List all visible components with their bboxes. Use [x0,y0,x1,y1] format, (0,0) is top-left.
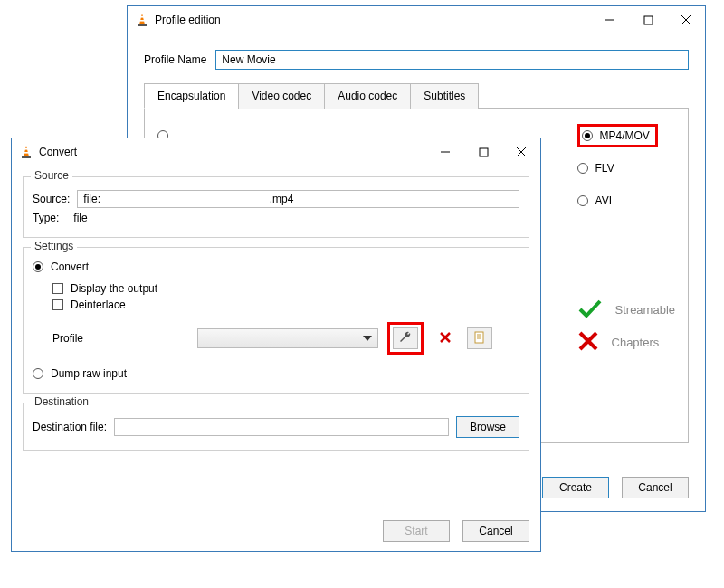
svg-rect-1 [140,16,143,18]
profile-label: Profile [52,332,188,345]
radio-flv[interactable] [577,163,588,174]
x-icon [439,331,452,346]
tab-subtitles[interactable]: Subtitles [410,83,479,109]
svg-marker-0 [139,14,145,24]
radio-dump-raw-label: Dump raw input [51,367,127,380]
window-controls [591,6,705,33]
highlight-mp4mov: MP4/MOV [577,124,658,147]
tab-bar: Encapsulation Video codec Audio codec Su… [144,82,689,109]
cancel-button-convert[interactable]: Cancel [462,520,529,542]
maximize-button[interactable] [629,6,667,33]
radio-avi[interactable] [577,195,588,206]
chevron-down-icon [363,336,372,341]
radio-flv-label: FLV [595,162,614,175]
svg-rect-5 [644,16,653,24]
check-icon [577,299,603,321]
delete-profile-button[interactable] [433,327,458,349]
titlebar: Profile edition [128,6,705,33]
cancel-button-profile[interactable]: Cancel [622,477,689,498]
source-label: Source: [33,193,70,205]
profile-name-label: Profile Name [144,53,206,66]
svg-rect-3 [138,24,147,26]
checkbox-display-output-label: Display the output [71,282,157,295]
checkbox-display-output[interactable] [52,283,63,294]
group-destination-title: Destination [31,395,92,408]
checkbox-deinterlace-label: Deinterlace [71,299,126,311]
radio-dump-raw[interactable] [33,368,43,379]
group-settings-title: Settings [31,240,77,252]
svg-rect-12 [24,152,29,154]
destination-input[interactable] [114,418,449,436]
minimize-button[interactable] [591,6,629,33]
group-source-title: Source [31,169,72,182]
tab-video-codec[interactable]: Video codec [238,83,325,109]
wrench-icon [398,330,413,347]
svg-marker-10 [24,146,29,156]
window-controls [426,138,540,166]
window-title: Convert [39,146,426,158]
svg-rect-2 [140,20,145,22]
profile-dropdown[interactable] [197,328,378,348]
radio-mp4mov-label: MP4/MOV [600,129,650,142]
window-title: Profile edition [155,14,591,26]
browse-button[interactable]: Browse [456,416,519,438]
radio-convert-label: Convert [51,261,89,273]
document-icon [473,331,486,346]
profile-name-input[interactable] [215,50,689,70]
feature-chapters-label: Chapters [612,336,660,349]
tab-encapsulation[interactable]: Encapsulation [144,83,239,109]
svg-rect-15 [480,148,488,156]
feature-streamable: Streamable [577,299,675,321]
convert-window: Convert Source Source: Type: file Settin… [11,138,541,552]
type-label: Type: [33,212,59,224]
type-value: file [73,212,87,224]
svg-rect-20 [475,332,483,343]
cross-icon [577,330,599,355]
group-destination: Destination Destination file: Browse [23,403,529,451]
close-button[interactable] [502,138,540,166]
radio-avi-label: AVI [595,194,612,207]
vlc-cone-icon [19,145,33,159]
svg-rect-13 [22,156,31,158]
maximize-button[interactable] [464,138,502,166]
feature-streamable-label: Streamable [615,303,675,317]
vlc-cone-icon [135,13,149,27]
source-input[interactable] [77,190,519,208]
feature-chapters: Chapters [577,330,675,355]
tab-audio-codec[interactable]: Audio codec [324,83,411,109]
group-settings: Settings Convert Display the output Dein… [23,247,529,394]
destination-label: Destination file: [33,421,107,433]
minimize-button[interactable] [426,138,464,166]
radio-mp4mov[interactable] [582,130,593,141]
checkbox-deinterlace[interactable] [52,299,63,310]
titlebar: Convert [12,138,540,166]
new-profile-button[interactable] [467,327,492,349]
radio-convert[interactable] [33,261,43,272]
close-button[interactable] [667,6,705,33]
group-source: Source Source: Type: file [23,176,529,238]
svg-rect-11 [24,148,27,150]
create-button[interactable]: Create [542,477,609,498]
start-button[interactable]: Start [383,520,450,542]
edit-profile-button[interactable] [393,327,418,349]
highlight-edit-profile [387,322,424,355]
